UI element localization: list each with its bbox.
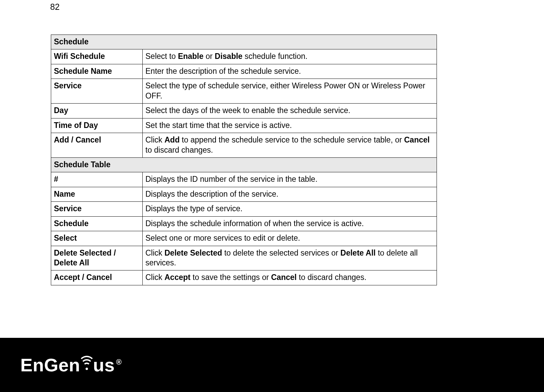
setting-description: Click Delete Selected to delete the sele… xyxy=(143,246,437,270)
table-row: #Displays the ID number of the service i… xyxy=(51,172,437,187)
setting-label: Time of Day xyxy=(51,118,143,133)
section-header-row: Schedule xyxy=(51,35,437,49)
table-row: ScheduleDisplays the schedule informatio… xyxy=(51,216,437,231)
logo-text-part2: us xyxy=(93,356,115,374)
table-row: Wifi ScheduleSelect to Enable or Disable… xyxy=(51,49,437,64)
setting-label: Schedule Name xyxy=(51,64,143,79)
page-footer: EnGen us ® xyxy=(0,338,544,392)
engenius-logo: EnGen us ® xyxy=(20,356,122,374)
setting-label: Service xyxy=(51,79,143,104)
setting-description: Select one or more services to edit or d… xyxy=(143,231,437,246)
table-row: Delete Selected / Delete AllClick Delete… xyxy=(51,246,437,270)
setting-description: Displays the ID number of the service in… xyxy=(143,172,437,187)
table-row: ServiceSelect the type of schedule servi… xyxy=(51,79,437,104)
section-header-cell: Schedule xyxy=(51,35,437,49)
schedule-settings-table: ScheduleWifi ScheduleSelect to Enable or… xyxy=(51,35,437,285)
table-row: NameDisplays the description of the serv… xyxy=(51,187,437,201)
setting-description: Set the start time that the service is a… xyxy=(143,118,437,133)
setting-label: Wifi Schedule xyxy=(51,49,143,64)
section-header-row: Schedule Table xyxy=(51,157,437,172)
setting-label: # xyxy=(51,172,143,187)
wifi-icon xyxy=(79,356,95,371)
table-row: Time of DaySet the start time that the s… xyxy=(51,118,437,133)
table-row: SelectSelect one or more services to edi… xyxy=(51,231,437,246)
table-row: ServiceDisplays the type of service. xyxy=(51,202,437,216)
setting-description: Select the days of the week to enable th… xyxy=(143,104,437,118)
setting-label: Select xyxy=(51,231,143,246)
setting-label: Day xyxy=(51,104,143,118)
setting-label: Delete Selected / Delete All xyxy=(51,246,143,270)
table-row: Add / CancelClick Add to append the sche… xyxy=(51,133,437,158)
setting-description: Select to Enable or Disable schedule fun… xyxy=(143,49,437,64)
setting-label: Schedule xyxy=(51,216,143,231)
setting-label: Accept / Cancel xyxy=(51,270,143,285)
setting-description: Displays the description of the service. xyxy=(143,187,437,201)
setting-label: Name xyxy=(51,187,143,201)
setting-label: Add / Cancel xyxy=(51,133,143,158)
page-number: 82 xyxy=(50,2,60,12)
table-row: Schedule NameEnter the description of th… xyxy=(51,64,437,79)
setting-label: Service xyxy=(51,202,143,216)
setting-description: Click Add to append the schedule service… xyxy=(143,133,437,158)
setting-description: Enter the description of the schedule se… xyxy=(143,64,437,79)
setting-description: Click Accept to save the settings or Can… xyxy=(143,270,437,285)
setting-description: Displays the schedule information of whe… xyxy=(143,216,437,231)
logo-text-part1: EnGen xyxy=(20,356,80,374)
settings-table: ScheduleWifi ScheduleSelect to Enable or… xyxy=(51,35,437,285)
registered-trademark-icon: ® xyxy=(116,358,122,367)
section-header-cell: Schedule Table xyxy=(51,157,437,172)
table-row: DaySelect the days of the week to enable… xyxy=(51,104,437,118)
setting-description: Select the type of schedule service, eit… xyxy=(143,79,437,104)
setting-description: Displays the type of service. xyxy=(143,202,437,216)
table-row: Accept / CancelClick Accept to save the … xyxy=(51,270,437,285)
